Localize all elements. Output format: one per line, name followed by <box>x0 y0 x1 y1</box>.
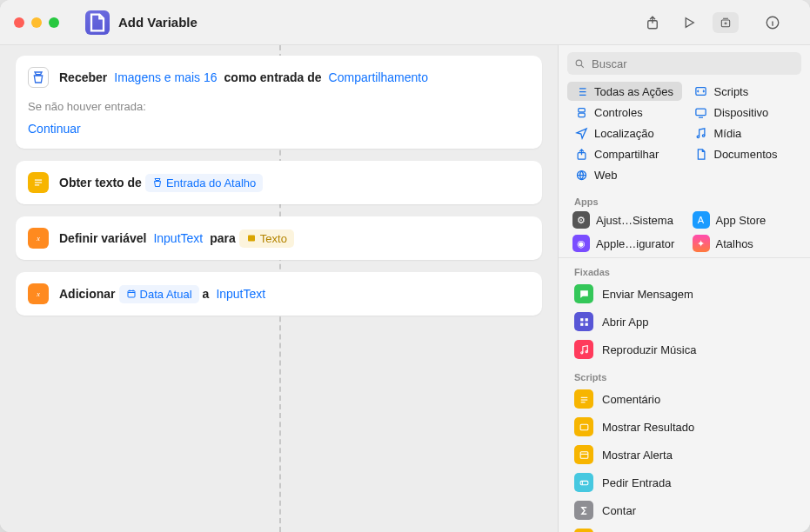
noinput-action-token[interactable]: Continuar <box>28 120 84 137</box>
svg-point-16 <box>702 134 705 136</box>
sigma-icon <box>574 501 593 520</box>
setvar-mid: para <box>210 231 236 245</box>
device-icon <box>694 105 708 119</box>
addvar-verb: Adicionar <box>59 287 116 301</box>
action-open-app[interactable]: Abrir App <box>559 308 810 336</box>
addvar-value-token[interactable]: Data Atual <box>119 285 199 303</box>
app-shortcuts[interactable]: ✦ Atalhos <box>687 233 802 254</box>
share-icon <box>574 147 588 161</box>
noinput-label: Se não houver entrada: <box>28 100 530 113</box>
category-device[interactable]: Dispositivo <box>687 103 802 122</box>
titlebar: Add Variable <box>0 0 810 45</box>
web-icon <box>574 168 588 182</box>
receive-verb: Receber <box>59 70 107 84</box>
receive-input-action[interactable]: Receber Imagens e mais 16 como entrada d… <box>16 56 542 149</box>
svg-rect-3 <box>35 180 42 181</box>
setvar-name-token[interactable]: InputText <box>150 229 206 247</box>
add-to-variable-action[interactable]: x Adicionar Data Atual a InputText <box>16 272 542 316</box>
action-choose-menu[interactable]: Escolher do Menu <box>559 524 810 532</box>
variable-icon: x <box>28 228 49 249</box>
svg-rect-14 <box>696 109 706 116</box>
setvar-verb: Definir variável <box>59 231 146 245</box>
category-location[interactable]: Localização <box>567 123 682 143</box>
search-input[interactable] <box>567 52 801 75</box>
close-window-button[interactable] <box>14 17 24 28</box>
window-controls <box>14 17 59 28</box>
category-scripts[interactable]: Scripts <box>687 82 802 101</box>
app-apple-configurator[interactable]: ◉ Apple…igurator <box>567 233 682 254</box>
gettext-verb: Obter texto de <box>59 176 142 190</box>
category-web[interactable]: Web <box>567 165 682 184</box>
receive-types-token[interactable]: Imagens e mais 16 <box>110 69 220 86</box>
svg-rect-4 <box>35 182 42 183</box>
action-count[interactable]: Contar <box>559 496 810 524</box>
svg-rect-26 <box>580 399 587 400</box>
svg-rect-22 <box>585 323 587 325</box>
result-icon <box>574 417 593 436</box>
app-system-settings[interactable]: ⚙ Ajust…Sistema <box>567 209 682 230</box>
svg-rect-19 <box>580 318 583 321</box>
svg-point-23 <box>580 351 582 353</box>
svg-rect-27 <box>580 402 585 402</box>
library-button[interactable] <box>713 12 739 33</box>
svg-text:x: x <box>36 290 40 298</box>
category-controls[interactable]: Controles <box>567 103 682 122</box>
action-play-music[interactable]: Reproduzir Música <box>559 336 810 363</box>
configurator-icon: ◉ <box>572 235 590 252</box>
category-all-actions[interactable]: Todas as Ações <box>567 82 682 101</box>
window-title: Add Variable <box>118 15 197 30</box>
shortcut-editor[interactable]: Receber Imagens e mais 16 como entrada d… <box>0 45 558 532</box>
message-icon <box>574 284 593 303</box>
scripts-icon <box>694 84 708 98</box>
menu-icon <box>574 529 593 532</box>
gettext-from-token[interactable]: Entrada do Atalho <box>145 174 263 192</box>
apps-section-header: Apps <box>559 191 810 209</box>
action-comment[interactable]: Comentário <box>559 385 810 413</box>
variable-icon: x <box>28 283 49 304</box>
document-icon <box>694 147 708 161</box>
scripts-section-header: Scripts <box>559 363 810 385</box>
action-show-alert[interactable]: Mostrar Alerta <box>559 441 810 469</box>
addvar-mid: a <box>203 287 210 301</box>
receive-icon <box>28 67 49 88</box>
info-button[interactable] <box>760 12 786 33</box>
run-button[interactable] <box>676 12 702 33</box>
svg-rect-20 <box>585 318 587 321</box>
appstore-icon: A <box>693 211 710 229</box>
grid-icon <box>574 312 593 331</box>
category-grid: Todas as Ações Scripts Controles Disposi… <box>559 80 810 191</box>
search-icon <box>574 57 586 73</box>
svg-rect-9 <box>128 291 135 298</box>
svg-rect-7 <box>248 236 255 242</box>
addvar-name-token[interactable]: InputText <box>212 285 269 303</box>
receive-source-token[interactable]: Compartilhamento <box>325 69 432 86</box>
gear-icon: ⚙ <box>572 211 590 229</box>
category-share[interactable]: Compartilhar <box>567 144 682 163</box>
set-variable-action[interactable]: x Definir variável InputText para Texto <box>16 216 542 260</box>
svg-rect-28 <box>580 424 588 430</box>
zoom-window-button[interactable] <box>49 17 59 28</box>
minimize-window-button[interactable] <box>31 17 42 28</box>
share-button[interactable] <box>639 12 666 33</box>
svg-point-10 <box>576 60 582 66</box>
category-documents[interactable]: Documentos <box>687 144 802 163</box>
action-ask-input[interactable]: Pedir Entrada <box>559 469 810 496</box>
shortcuts-icon: ✦ <box>693 235 710 252</box>
action-send-message[interactable]: Enviar Mensagem <box>559 280 810 308</box>
app-window: Add Variable Rece <box>0 0 810 532</box>
setvar-value-token[interactable]: Texto <box>239 229 294 248</box>
svg-text:x: x <box>36 235 40 243</box>
app-app-store[interactable]: A App Store <box>687 209 802 230</box>
alert-icon <box>574 445 593 464</box>
actions-list[interactable]: Fixadas Enviar Mensagem Abrir App <box>559 257 810 532</box>
music-icon <box>574 340 593 359</box>
action-show-result[interactable]: Mostrar Resultado <box>559 413 810 441</box>
svg-rect-12 <box>578 108 585 111</box>
svg-rect-30 <box>580 481 588 484</box>
category-media[interactable]: Mídia <box>687 123 802 143</box>
apps-grid: ⚙ Ajust…Sistema A App Store ◉ Apple…igur… <box>559 209 810 257</box>
get-text-action[interactable]: Obter texto de Entrada do Atalho <box>16 161 542 204</box>
controls-icon <box>574 105 588 119</box>
media-icon <box>694 126 708 140</box>
svg-rect-13 <box>578 113 585 116</box>
